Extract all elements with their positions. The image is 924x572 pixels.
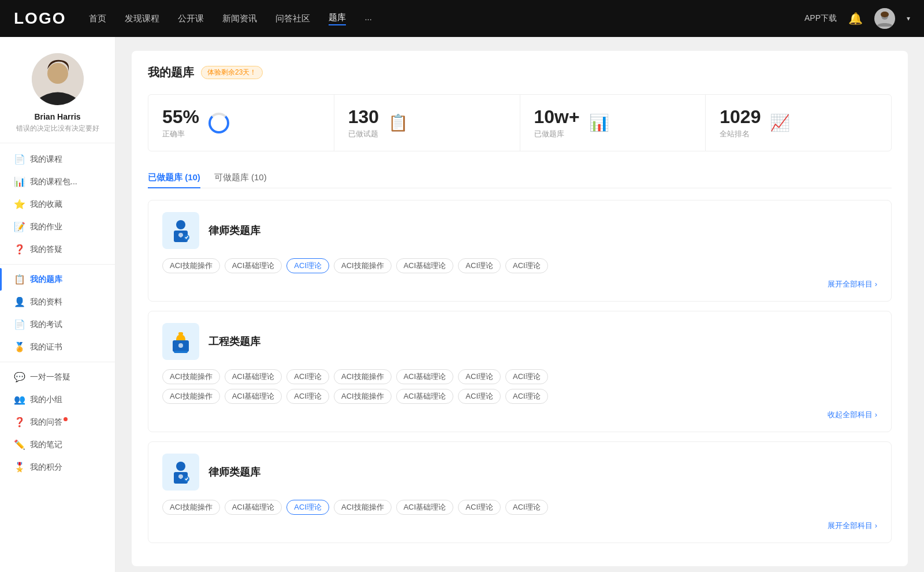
sidebar-item-我的积分[interactable]: 🎖️ 我的积分 <box>0 456 115 478</box>
sidebar-item-一对一答疑[interactable]: 💬 一对一答疑 <box>0 366 115 388</box>
bank-footer-1: 收起全部科目 › <box>162 410 877 420</box>
sidebar-item-我的答疑[interactable]: ❓ 我的答疑 <box>0 238 115 261</box>
svg-point-11 <box>178 343 183 348</box>
expand-link-0[interactable]: 展开全部科目 › <box>828 279 877 289</box>
page-header: 我的题库 体验剩余23天！ <box>148 65 892 80</box>
sidebar-item-我的笔记[interactable]: ✏️ 我的笔记 <box>0 433 115 456</box>
tag-0-5[interactable]: ACI理论 <box>458 258 501 273</box>
sidebar-item-我的课程包...[interactable]: 📊 我的课程包... <box>0 170 115 193</box>
svg-rect-12 <box>174 351 188 353</box>
logo[interactable]: LOGO <box>14 9 66 28</box>
done-banks-label: 已做题库 <box>534 129 580 139</box>
extra-tag-1-3[interactable]: ACI技能操作 <box>334 389 392 404</box>
sidebar-item-我的题库[interactable]: 📋 我的题库 <box>0 268 115 291</box>
sidebar-item-我的问答[interactable]: ❓ 我的问答 <box>0 411 115 433</box>
navbar-link-题库[interactable]: 题库 <box>329 12 346 25</box>
bank-tabs: 已做题库 (10)可做题库 (10) <box>148 168 892 188</box>
sidebar-item-我的课程[interactable]: 📄 我的课程 <box>0 148 115 170</box>
tab-1[interactable]: 可做题库 (10) <box>214 168 267 188</box>
tag-2-3[interactable]: ACI技能操作 <box>334 500 392 515</box>
sidebar-icon-9: 💬 <box>14 372 24 382</box>
sidebar-item-我的作业[interactable]: 📝 我的作业 <box>0 216 115 238</box>
tag-1-3[interactable]: ACI技能操作 <box>334 369 392 384</box>
svg-point-13 <box>176 462 185 471</box>
tag-0-6[interactable]: ACI理论 <box>505 258 548 273</box>
tag-1-4[interactable]: ACI基础理论 <box>396 369 454 384</box>
tag-1-5[interactable]: ACI理论 <box>458 369 501 384</box>
rank-value: 1029 <box>720 106 761 128</box>
done-q-label: 已做试题 <box>348 129 379 139</box>
tag-2-1[interactable]: ACI基础理论 <box>225 500 282 515</box>
sidebar-item-我的考试[interactable]: 📄 我的考试 <box>0 313 115 336</box>
tab-0[interactable]: 已做题库 (10) <box>148 168 200 188</box>
tag-0-2[interactable]: ACI理论 <box>286 258 329 273</box>
navbar-link-新闻资讯[interactable]: 新闻资讯 <box>222 13 257 24</box>
navbar-link-发现课程[interactable]: 发现课程 <box>125 13 159 24</box>
tag-2-6[interactable]: ACI理论 <box>505 500 548 515</box>
navbar-link-首页[interactable]: 首页 <box>89 13 106 24</box>
rank-label: 全站排名 <box>720 129 761 139</box>
sidebar-label-9: 一对一答疑 <box>30 372 70 382</box>
tag-0-3[interactable]: ACI技能操作 <box>334 258 392 273</box>
sidebar-item-我的小组[interactable]: 👥 我的小组 <box>0 388 115 411</box>
bank-cards-container: 律师类题库 ACI技能操作ACI基础理论ACI理论ACI技能操作ACI基础理论A… <box>148 200 892 543</box>
tag-2-5[interactable]: ACI理论 <box>458 500 501 515</box>
tag-1-2[interactable]: ACI理论 <box>286 369 329 384</box>
chevron-down-icon[interactable]: ▾ <box>907 14 910 23</box>
navbar-link-···[interactable]: ··· <box>364 14 372 24</box>
sidebar-icon-10: 👥 <box>14 394 24 405</box>
tag-1-6[interactable]: ACI理论 <box>505 369 548 384</box>
navbar-link-公开课[interactable]: 公开课 <box>178 13 204 24</box>
bank-card-1: 工程类题库 ACI技能操作ACI基础理论ACI理论ACI技能操作ACI基础理论A… <box>148 311 892 432</box>
bank-footer-0: 展开全部科目 › <box>162 279 877 289</box>
extra-tag-1-6[interactable]: ACI理论 <box>505 389 548 404</box>
expand-link-1[interactable]: 收起全部科目 › <box>828 410 877 420</box>
done-q-value: 130 <box>348 106 379 128</box>
navbar-link-问答社区[interactable]: 问答社区 <box>275 13 310 24</box>
sidebar-label-1: 我的课程包... <box>30 177 77 187</box>
tag-0-0[interactable]: ACI技能操作 <box>162 258 220 273</box>
app-download-link[interactable]: APP下载 <box>804 13 837 24</box>
tag-0-1[interactable]: ACI基础理论 <box>225 258 282 273</box>
extra-tag-1-1[interactable]: ACI基础理论 <box>225 389 282 404</box>
done-banks-value: 10w+ <box>534 106 580 128</box>
bank-name-1: 工程类题库 <box>208 335 260 348</box>
accuracy-value: 55% <box>162 106 199 128</box>
sidebar-item-我的资料[interactable]: 👤 我的资料 <box>0 291 115 313</box>
extra-tag-1-5[interactable]: ACI理论 <box>458 389 501 404</box>
page-title: 我的题库 <box>148 65 194 80</box>
sidebar-item-我的收藏[interactable]: ⭐ 我的收藏 <box>0 193 115 216</box>
extra-tags-1: ACI技能操作ACI基础理论ACI理论ACI技能操作ACI基础理论ACI理论AC… <box>162 389 877 404</box>
accuracy-label: 正确率 <box>162 129 199 139</box>
sidebar-icon-7: 📄 <box>14 319 24 330</box>
layout: Brian Harris 错误的决定比没有决定要好 📄 我的课程📊 我的课程包.… <box>0 37 924 572</box>
tag-2-2[interactable]: ACI理论 <box>286 500 329 515</box>
tag-2-0[interactable]: ACI技能操作 <box>162 500 220 515</box>
sidebar-label-13: 我的积分 <box>30 462 62 473</box>
expand-link-2[interactable]: 展开全部科目 › <box>828 521 877 531</box>
tag-0-4[interactable]: ACI基础理论 <box>396 258 454 273</box>
sidebar-icon-11: ❓ <box>14 417 24 428</box>
bank-header-2: 律师类题库 <box>162 454 877 491</box>
sidebar-icon-5: 📋 <box>14 274 24 285</box>
sidebar-icon-1: 📊 <box>14 176 24 187</box>
tag-1-0[interactable]: ACI技能操作 <box>162 369 220 384</box>
sidebar-label-12: 我的笔记 <box>30 440 62 450</box>
stat-accuracy: 55% 正确率 <box>148 95 334 151</box>
stats-row: 55% 正确率 130 已做试题 📋 10w+ 已做题库 <box>148 94 892 151</box>
bank-card-2: 律师类题库 ACI技能操作ACI基础理论ACI理论ACI技能操作ACI基础理论A… <box>148 441 892 543</box>
tag-1-1[interactable]: ACI基础理论 <box>225 369 282 384</box>
navbar: LOGO 首页发现课程公开课新闻资讯问答社区题库··· APP下载 🔔 ▾ <box>0 0 924 37</box>
extra-tag-1-0[interactable]: ACI技能操作 <box>162 389 220 404</box>
user-avatar-icon[interactable] <box>874 8 895 29</box>
tag-2-4[interactable]: ACI基础理论 <box>396 500 454 515</box>
extra-tag-1-4[interactable]: ACI基础理论 <box>396 389 454 404</box>
bell-icon[interactable]: 🔔 <box>848 12 863 25</box>
bank-tags-1: ACI技能操作ACI基础理论ACI理论ACI技能操作ACI基础理论ACI理论AC… <box>162 369 877 384</box>
sidebar-icon-13: 🎖️ <box>14 462 24 473</box>
extra-tag-1-2[interactable]: ACI理论 <box>286 389 329 404</box>
sidebar-item-我的证书[interactable]: 🏅 我的证书 <box>0 336 115 358</box>
bank-footer-2: 展开全部科目 › <box>162 521 877 531</box>
user-name: Brian Harris <box>34 112 80 121</box>
stat-rank: 1029 全站排名 📈 <box>706 95 891 151</box>
